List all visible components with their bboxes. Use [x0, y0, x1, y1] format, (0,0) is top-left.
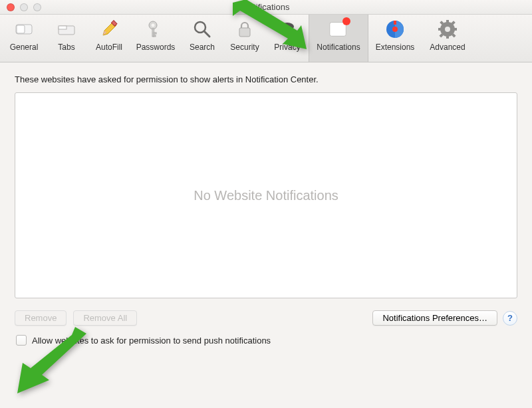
tab-notifications[interactable]: Notifications: [309, 15, 368, 62]
remove-button[interactable]: Remove: [15, 310, 66, 326]
svg-rect-3: [59, 26, 66, 29]
tab-advanced[interactable]: Advanced: [422, 15, 473, 62]
key-icon: [145, 19, 166, 40]
privacy-icon: [277, 19, 298, 40]
svg-rect-1: [17, 25, 25, 33]
svg-rect-23: [446, 20, 449, 23]
help-button[interactable]: ?: [503, 311, 517, 326]
notification-icon: [328, 19, 349, 40]
tab-label: Advanced: [430, 43, 465, 52]
pencil-icon: [98, 19, 120, 40]
tab-search[interactable]: Search: [181, 15, 223, 62]
tab-label: Privacy: [274, 43, 300, 52]
tab-extensions[interactable]: Extensions: [368, 15, 422, 62]
allow-push-label: Allow websites to ask for permission to …: [32, 336, 271, 346]
notifications-pane: These websites have asked for permission…: [0, 62, 532, 355]
gear-icon: [437, 19, 458, 40]
tab-label: Search: [190, 43, 215, 52]
svg-point-15: [281, 23, 294, 31]
tab-label: Tabs: [58, 43, 74, 52]
tab-passwords[interactable]: Passwords: [130, 15, 181, 62]
minimize-window-icon[interactable]: [20, 3, 28, 11]
zoom-window-icon[interactable]: [33, 3, 41, 11]
list-actions-row: Remove Remove All Notifications Preferen…: [15, 310, 517, 326]
tab-general[interactable]: General: [3, 15, 45, 62]
svg-point-8: [152, 24, 155, 27]
notification-badge-icon: [342, 17, 350, 25]
svg-rect-25: [438, 28, 442, 31]
notifications-preferences-button[interactable]: Notifications Preferences…: [372, 310, 497, 326]
tabs-icon: [56, 19, 77, 40]
svg-point-19: [392, 27, 398, 32]
lock-icon: [234, 19, 255, 40]
preferences-toolbar: General Tabs AutoFill Passwords Search S…: [0, 15, 532, 62]
tab-label: Security: [230, 43, 259, 52]
remove-all-button[interactable]: Remove All: [73, 310, 137, 326]
svg-rect-14: [239, 28, 250, 37]
tab-autofill[interactable]: AutoFill: [88, 15, 130, 62]
window-title: Notifications: [0, 2, 532, 12]
svg-rect-10: [154, 33, 156, 34]
website-notifications-list[interactable]: No Website Notifications: [15, 92, 517, 298]
svg-rect-26: [454, 28, 457, 31]
tab-label: Passwords: [136, 43, 176, 52]
empty-list-placeholder: No Website Notifications: [194, 188, 338, 203]
pane-description: These websites have asked for permission…: [15, 74, 517, 84]
svg-rect-16: [285, 30, 289, 36]
svg-rect-24: [446, 35, 449, 39]
titlebar: Notifications: [0, 0, 532, 15]
close-window-icon[interactable]: [7, 3, 15, 11]
window-controls: [7, 3, 41, 11]
tab-privacy[interactable]: Privacy: [266, 15, 309, 62]
extensions-icon: [384, 19, 406, 40]
tab-security[interactable]: Security: [223, 15, 266, 62]
tab-label: Notifications: [317, 43, 360, 52]
tab-label: AutoFill: [96, 43, 122, 52]
allow-push-row: Allow websites to ask for permission to …: [16, 335, 517, 346]
magnifier-icon: [192, 19, 213, 40]
allow-push-checkbox[interactable]: [16, 335, 27, 346]
svg-line-13: [204, 31, 209, 37]
tab-label: General: [10, 43, 39, 52]
svg-point-22: [445, 27, 450, 32]
tab-tabs[interactable]: Tabs: [45, 15, 88, 62]
tab-label: Extensions: [376, 43, 415, 52]
svg-rect-11: [154, 35, 156, 37]
svg-rect-20: [394, 21, 396, 25]
switch-icon: [13, 19, 35, 40]
